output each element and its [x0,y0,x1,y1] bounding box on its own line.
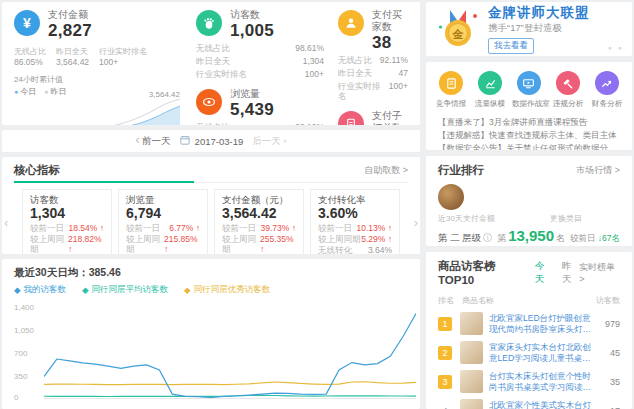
next-day-button[interactable]: 后一天 › [252,135,286,148]
trend-arrow-icon [595,71,619,95]
ranking-metric-label: 近30天支付金额 [438,213,495,224]
visitor-count: 979 [592,319,620,329]
info-icon[interactable]: i [483,233,492,242]
legend-peer-excellent[interactable]: ◆同行同层优秀访客数 [184,284,270,296]
stat-value: 86.05% [14,57,46,68]
stat-value: 1,304 [303,56,324,66]
announcement-item[interactable]: 【违规解惑】快速查找违规标示主体、类目主体 [438,129,620,142]
self-service-data-link[interactable]: 自助取数 > [364,164,408,177]
stat-key: 无线占比 [14,47,46,57]
tab-pageviews[interactable]: 浏览量 6,794 较前一日6.77% ↑ 较上周同期215.85% ↑ 无线占… [118,189,208,254]
legend-label: 同行同层优秀访客数 [194,284,271,296]
stat-key: 行业实时排名 [99,47,147,57]
metric-tile-visitors[interactable]: 访客数 1,005 无线占比98.61% 昨日全天1,304 行业实时排名100… [196,9,324,79]
core-metrics-title: 核心指标 [14,163,60,178]
buyer-person-icon [338,10,364,36]
metric-label: 支付金额 [48,9,92,21]
tab-payment-amount[interactable]: 支付金额（元） 3,564.42 较前一日39.73% ↑ 较上周同期255.3… [214,189,304,254]
increase-arrow-icon: ↑ [100,223,104,233]
tabs-scroll-left-icon[interactable]: ‹ [4,215,8,230]
chart-icon [478,71,502,95]
stat-value: 39.73% [261,223,290,233]
legend-yesterday[interactable]: 昨日 [50,87,66,96]
nav-label: 违规分析 [551,98,585,108]
tab-today[interactable]: 今天 [535,260,552,286]
header-rank: 排名 [438,295,462,306]
prev-day-button[interactable]: ‹ 前一天 [135,134,170,148]
stat-key: 昨日全天 [56,47,89,57]
table-row[interactable]: 1 北欧宜家LED台灯护眼创意现代简约书房卧室床头灯学习阅读台灯 979 [438,312,620,335]
metric-value: 38 [372,33,408,52]
nav-violation-analysis[interactable]: 违规分析 [550,71,586,109]
peak-value-label: 3,564.42 [149,90,180,99]
legend-my-visitors[interactable]: ◆我的访客数 [14,284,66,296]
payment-stats: 无线占比86.05% 昨日全天3,564.42 行业实时排名100+ [14,47,182,68]
banner-cta-button[interactable]: 我去看看 [488,38,534,54]
stat-value: 10.13% [357,223,386,233]
rank-number: 13,950 [508,227,554,244]
metric-tile-payment-amount[interactable]: ¥ 支付金额 2,827 无线占比86.05% 昨日全天3,564.42 行业实… [14,9,182,121]
promo-banner[interactable]: 金 金牌讲师大联盟 携手“17”登封造极 我去看看 ● ● [426,2,632,56]
gold-medal-icon: 金 [436,7,480,51]
visitor-count: 45 [592,348,620,358]
product-title-link[interactable]: 台灯实木床头灯创意个性时尚书房书桌美式学习阅读礼物台灯 [489,371,592,393]
top10-table-header: 排名 商品名称 访客数 [438,295,620,306]
dashboard-page: ¥ 支付金额 2,827 无线占比86.05% 昨日全天3,564.42 行业实… [0,0,634,409]
table-row[interactable]: 3 台灯实木床头灯创意个性时尚书房书桌美式学习阅读礼物台灯 35 [438,370,620,393]
tabs-scroll-right-icon[interactable]: › [414,215,418,230]
gavel-icon [556,71,580,95]
diamond-marker-icon: ◆ [14,285,21,295]
nav-data-war-room[interactable]: 数据作战室 [511,71,547,109]
product-title-link[interactable]: 北欧宜家个性美式实木台灯 简约现代 [489,400,592,409]
tab-label: 支付转化率 [318,194,392,205]
carousel-dots[interactable]: ● ● [608,44,624,51]
stat-value: 3,564.42 [56,57,89,68]
stat-value: 5.29% [361,234,385,244]
market-quotes-link[interactable]: 市场行情 > [576,164,620,177]
tab-visitors[interactable]: 访客数 1,304 较前一日18.54% ↑ 较上周同期218.82% ↑ 无线… [22,189,112,254]
product-title-link[interactable]: 北欧宜家LED台灯护眼创意现代简约书房卧室床头灯学习阅读台灯 [489,313,592,335]
tab-value: 1,304 [30,205,104,222]
metric-tile-paying-buyers[interactable]: 支付买家数 38 无线占比92.11% 昨日全天47 行业实时排名100+ [338,9,408,101]
stat-value: 47 [399,68,408,78]
legend-today[interactable]: 今日 [20,87,36,96]
nav-traffic-analysis[interactable]: 流量纵横 [472,71,508,109]
announcement-list: 【直播来了】3月金牌讲师直播课程预告 【违规解惑】快速查找违规标示主体、类目主体… [432,116,626,150]
diamond-marker-icon: ◆ [184,285,191,295]
rank-delta-value: 67名 [602,233,620,243]
header-product-name: 商品名称 [462,295,592,306]
product-title-link[interactable]: 宜家床头灯实木台灯北欧创意LED学习阅读儿童书桌卧室床头台灯 [489,342,592,364]
stat-value: 99.10% [295,122,324,125]
tab-conversion-rate[interactable]: 支付转化率 3.60% 较前一日10.13% ↑ 较上周同期5.29% ↑ 无线… [310,189,400,254]
announcement-item[interactable]: 【数据安全公告】关于禁止任何形式的数据分享的公告 [438,142,620,150]
calendar-icon [180,135,190,147]
stat-key: 较前一日 [30,223,64,233]
next-day-label: 后一天 [252,135,281,146]
top10-title: 商品访客榜TOP10 [438,259,525,286]
metrics-middle-column: 访客数 1,005 无线占比98.61% 昨日全天1,304 行业实时排名100… [196,9,324,121]
stat-key: 较上周同期 [126,234,164,254]
stat-key: 无线占比 [196,43,230,53]
date-picker[interactable]: 2017-03-19 [195,136,244,147]
nav-label: 数据作战室 [512,98,546,108]
metric-tile-paid-suborders[interactable]: 支付子订单数 38 无线占比92.11% 昨日全天51 [338,110,408,125]
tab-yesterday[interactable]: 昨天 [562,260,579,286]
realtime-metrics-card: ¥ 支付金额 2,827 无线占比86.05% 昨日全天3,564.42 行业实… [2,2,420,125]
table-row[interactable]: 4 北欧宜家个性美式实木台灯 简约现代 17 [438,399,620,409]
metric-tile-pageviews[interactable]: 浏览量 5,439 无线占比99.10% 昨日全天6,794 [196,88,324,125]
left-column: ¥ 支付金额 2,827 无线占比86.05% 昨日全天3,564.42 行业实… [2,2,420,409]
nav-competitive-intel[interactable]: 竞争情报 [433,71,469,109]
switch-category-link[interactable]: 更换类目 [550,213,582,224]
metric-label: 浏览量 [230,88,274,100]
realtime-ranking-link[interactable]: 实时榜单 > [579,261,620,284]
nav-finance-analysis[interactable]: 财务分析 [589,71,625,109]
metrics-right-column: 支付买家数 38 无线占比92.11% 昨日全天47 行业实时排名100+ [338,9,408,121]
quick-nav-card: 竞争情报 流量纵横 数据作战室 [426,62,632,150]
legend-peer-average[interactable]: ◆同行同层平均访客数 [82,284,168,296]
increase-arrow-icon: ↑ [68,244,72,254]
product-thumbnail [460,312,483,335]
increase-arrow-icon: ↑ [292,223,296,233]
announcement-item[interactable]: 【直播来了】3月金牌讲师直播课程预告 [438,116,620,129]
table-row[interactable]: 2 宜家床头灯实木台灯北欧创意LED学习阅读儿童书桌卧室床头台灯 45 [438,341,620,364]
legend-label: 同行同层平均访客数 [92,284,169,296]
